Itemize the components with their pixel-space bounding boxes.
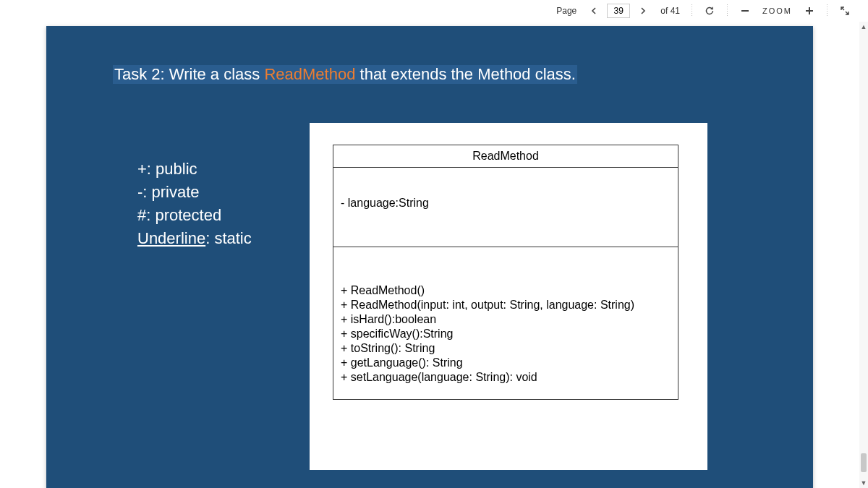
slide-viewer: Task 2: Write a class ReadMethod that ex…	[0, 22, 859, 488]
list-item: + specificWay():String	[341, 327, 671, 341]
list-item: + ReadMethod()	[341, 283, 671, 298]
page-label: Page	[552, 6, 581, 16]
list-item: + isHard():boolean	[341, 312, 671, 327]
uml-card: ReadMethod - language:String + ReadMetho…	[310, 123, 707, 470]
list-item: + ReadMethod(input: int, output: String,…	[341, 298, 671, 312]
next-page-button[interactable]	[633, 2, 653, 20]
scroll-up-button[interactable]: ▲	[859, 22, 868, 32]
separator	[827, 4, 827, 17]
vertical-scrollbar[interactable]: ▲ ▼	[859, 22, 868, 488]
task-title-suffix: that extends the Method class.	[355, 65, 576, 83]
slide: Task 2: Write a class ReadMethod that ex…	[46, 26, 813, 488]
legend-private: -: private	[137, 181, 252, 204]
page-number-input[interactable]	[607, 4, 630, 18]
fullscreen-button[interactable]	[835, 2, 855, 20]
uml-operations: + ReadMethod()+ ReadMethod(input: int, o…	[333, 247, 678, 399]
task-title-prefix: Task 2: Write a class	[114, 65, 264, 83]
refresh-button[interactable]	[699, 2, 720, 20]
task-title: Task 2: Write a class ReadMethod that ex…	[113, 65, 577, 84]
uml-attributes: - language:String	[333, 168, 678, 247]
prev-page-button[interactable]	[584, 2, 604, 20]
zoom-label: ZOOM	[758, 7, 796, 15]
viewer-toolbar: Page of 41 ZOOM	[0, 0, 859, 22]
legend-static-suffix: : static	[205, 229, 252, 247]
legend-static-underline: Underline	[137, 229, 205, 247]
scroll-thumb[interactable]	[861, 453, 867, 472]
zoom-out-button[interactable]	[735, 2, 755, 20]
task-title-classname: ReadMethod	[264, 65, 355, 83]
list-item: + getLanguage(): String	[341, 356, 671, 370]
legend-protected: #: protected	[137, 204, 252, 227]
svg-rect-2	[809, 7, 810, 14]
list-item: + toString(): String	[341, 341, 671, 356]
uml-class-name: ReadMethod	[333, 145, 678, 168]
legend-public: +: public	[137, 158, 252, 181]
visibility-legend: +: public -: private #: protected Underl…	[137, 158, 252, 250]
list-item: - language:String	[341, 197, 671, 210]
page-total-label: of 41	[656, 6, 684, 16]
list-item: + setLanguage(language: String): void	[341, 370, 671, 385]
zoom-in-button[interactable]	[799, 2, 820, 20]
scroll-down-button[interactable]: ▼	[859, 478, 868, 488]
separator	[692, 4, 692, 17]
legend-static: Underline: static	[137, 227, 252, 250]
uml-class-box: ReadMethod - language:String + ReadMetho…	[333, 145, 678, 400]
svg-rect-0	[741, 10, 749, 12]
separator	[727, 4, 728, 17]
